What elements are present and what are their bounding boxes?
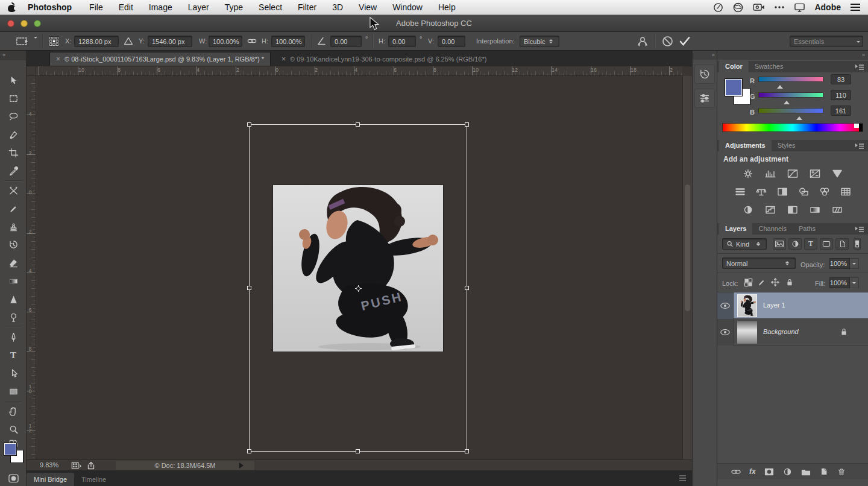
path-selection-tool[interactable] — [0, 364, 27, 382]
menu-item-3d[interactable]: 3D — [324, 0, 351, 15]
blue-slider[interactable] — [758, 108, 823, 113]
transform-handle-bottom-center[interactable] — [356, 449, 360, 453]
link-layers-icon[interactable] — [731, 468, 741, 476]
menu-item-view[interactable]: View — [351, 0, 385, 15]
dodge-tool[interactable] — [0, 308, 27, 326]
fill-value-field[interactable]: 100% — [829, 277, 850, 288]
layer-thumbnail[interactable] — [737, 294, 757, 317]
close-tab-icon[interactable]: × — [56, 55, 60, 63]
menu-item-select[interactable]: Select — [251, 0, 290, 15]
transform-handle-bottom-left[interactable] — [247, 449, 251, 453]
new-layer-icon[interactable] — [819, 467, 829, 476]
width-field[interactable]: 100.00% — [209, 36, 242, 47]
menu-item-image[interactable]: Image — [141, 0, 180, 15]
dial-icon[interactable] — [713, 2, 723, 13]
tab-paths[interactable]: Paths — [793, 223, 822, 235]
status-grid-icon[interactable] — [71, 461, 81, 470]
healing-brush-tool[interactable] — [0, 181, 27, 200]
brightness-contrast-icon[interactable] — [741, 168, 755, 180]
transform-handle-middle-left[interactable] — [247, 286, 251, 290]
reference-point-locator[interactable] — [48, 36, 60, 47]
tab-layers[interactable]: Layers — [719, 223, 752, 235]
add-adjustment-layer-icon[interactable] — [782, 467, 793, 477]
rotation-field[interactable]: 0.00 — [330, 36, 362, 47]
menu-item-photoshop[interactable]: Photoshop — [20, 0, 81, 15]
tools-panel-expand[interactable]: » — [0, 51, 26, 60]
transform-tool-icon[interactable] — [16, 36, 29, 46]
sharpen-tool[interactable] — [0, 290, 27, 308]
transform-handle-bottom-right[interactable] — [465, 449, 469, 453]
window-title-bar[interactable]: Adobe Photoshop CC — [0, 15, 868, 32]
red-value-field[interactable]: 83 — [831, 74, 851, 84]
tool-preset-dropdown-icon[interactable] — [31, 32, 40, 51]
ellipsis-icon[interactable] — [774, 2, 785, 12]
vibrance-icon[interactable] — [830, 168, 844, 180]
blend-mode-select[interactable]: Normal — [722, 257, 796, 269]
rotate-angle-icon[interactable] — [317, 37, 327, 45]
height-field[interactable]: 100.00% — [271, 36, 305, 47]
cancel-transform-icon[interactable] — [662, 36, 673, 47]
gradient-map-icon[interactable] — [808, 204, 822, 216]
add-mask-icon[interactable] — [764, 467, 775, 476]
creative-cloud-icon[interactable] — [732, 2, 744, 13]
tab-styles[interactable]: Styles — [772, 140, 802, 151]
zoom-tool[interactable] — [0, 420, 27, 438]
type-tool[interactable]: T — [0, 346, 27, 364]
eyedropper-tool[interactable] — [0, 162, 27, 180]
history-panel-icon[interactable] — [694, 65, 715, 84]
history-brush-tool[interactable] — [0, 236, 27, 254]
brush-tool[interactable] — [0, 200, 27, 218]
rectangular-marquee-tool[interactable] — [0, 89, 27, 107]
layer-row-selected[interactable]: Layer 1 — [717, 292, 868, 319]
foreground-color-swatch[interactable] — [4, 443, 17, 456]
transform-handle-top-center[interactable] — [356, 122, 360, 127]
black-white-icon[interactable] — [775, 186, 790, 198]
h-skew-field[interactable]: 0.00 — [388, 36, 416, 47]
transform-handle-top-right[interactable] — [465, 122, 469, 127]
quick-mask-button[interactable] — [0, 469, 27, 486]
tab-color[interactable]: Color — [719, 61, 749, 72]
green-value-field[interactable]: 110 — [831, 90, 851, 100]
layer-name[interactable]: Layer 1 — [763, 301, 785, 309]
pen-tool[interactable] — [0, 328, 27, 346]
hue-saturation-icon[interactable] — [733, 186, 747, 198]
canvas-viewport[interactable]: PUSH — [36, 76, 682, 459]
curves-icon[interactable] — [785, 168, 800, 180]
transform-reference-point[interactable] — [355, 285, 362, 292]
collapse-panels-control[interactable]: » — [717, 51, 868, 60]
menu-item-file[interactable]: File — [81, 0, 111, 15]
lock-pixels-icon[interactable] — [757, 278, 766, 287]
color-balance-icon[interactable] — [754, 186, 769, 198]
x-position-field[interactable]: 1288.00 px — [74, 36, 119, 47]
horizontal-ruler[interactable]: 10 8 6 4 2 0 2 4 6 8 10 12 14 16 18 2 — [36, 66, 682, 76]
green-slider-thumb[interactable] — [784, 98, 790, 104]
v-skew-field[interactable]: 0.00 — [438, 36, 465, 47]
clone-stamp-tool[interactable] — [0, 218, 27, 236]
delete-layer-icon[interactable] — [837, 467, 846, 476]
eraser-tool[interactable] — [0, 254, 27, 272]
filter-type-layers-icon[interactable]: T — [804, 238, 817, 250]
exposure-icon[interactable] — [808, 168, 822, 180]
blue-value-field[interactable]: 161 — [831, 106, 851, 116]
layer-filter-kind-select[interactable]: Kind — [722, 238, 767, 250]
scrollbar-thumb[interactable] — [685, 185, 690, 311]
commit-transform-icon[interactable] — [679, 36, 691, 47]
layer-visibility-toggle[interactable] — [717, 319, 734, 346]
spectrum-white-swatch[interactable] — [854, 124, 859, 128]
menu-item-window[interactable]: Window — [385, 0, 430, 15]
document-info[interactable]: © Doc: 18.3M/64.5M — [116, 461, 254, 470]
warp-mode-toggle-icon[interactable] — [637, 36, 649, 47]
selective-color-icon[interactable] — [830, 204, 844, 216]
adobe-menu-label[interactable]: Adobe — [814, 2, 841, 12]
color-lookup-icon[interactable] — [838, 186, 853, 198]
document-tab-inactive[interactable]: × © 09-10KandiceLynn19-306-to-composite.… — [275, 52, 492, 66]
layer-thumbnail[interactable] — [737, 321, 757, 344]
tab-adjustments[interactable]: Adjustments — [719, 140, 772, 151]
transform-handle-top-left[interactable] — [247, 122, 251, 127]
color-spectrum-ramp[interactable] — [722, 123, 863, 132]
quick-selection-tool[interactable] — [0, 125, 27, 144]
crop-tool[interactable] — [0, 144, 27, 162]
workspace-select[interactable]: Essentials — [790, 36, 863, 47]
layer-style-icon[interactable]: fx — [749, 467, 756, 476]
spectrum-black-swatch[interactable] — [859, 124, 863, 131]
